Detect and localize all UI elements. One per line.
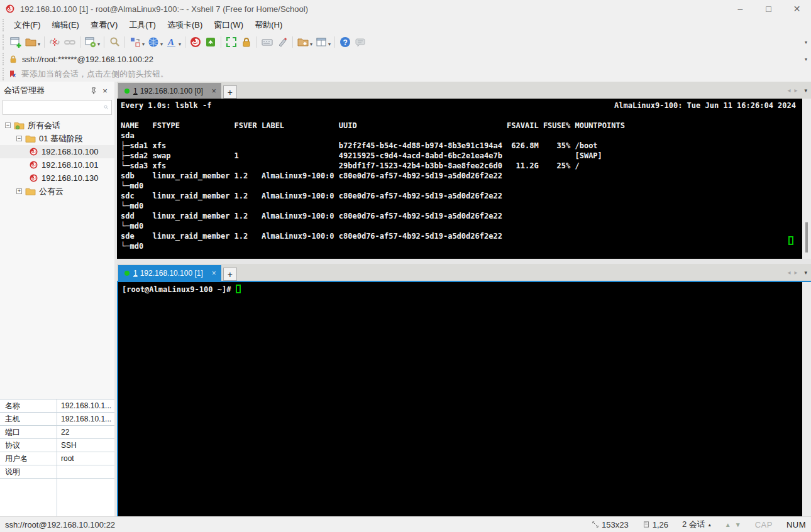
- cursor-position-icon: [643, 521, 650, 528]
- collapse-toggle-icon[interactable]: −: [5, 122, 11, 128]
- toolbar-overflow-icon[interactable]: ▾: [805, 40, 807, 45]
- session-properties-caret-icon[interactable]: ▾: [97, 41, 100, 47]
- prop-value[interactable]: 192.168.10.1...: [57, 399, 114, 412]
- font-icon[interactable]: A: [165, 35, 179, 49]
- close-panel-icon[interactable]: ×: [99, 85, 111, 96]
- prop-label: 用户名: [0, 452, 57, 465]
- xshell-icon[interactable]: [189, 35, 202, 49]
- prop-value[interactable]: 192.168.10.1...: [57, 413, 114, 425]
- web-tools-icon[interactable]: [146, 35, 160, 49]
- tree-item-all-sessions[interactable]: − 所有会话: [0, 119, 114, 132]
- scroll-down-icon[interactable]: ▼: [735, 521, 741, 528]
- tree-item-label[interactable]: 192.168.10.100: [41, 147, 98, 156]
- terminal-pane-1[interactable]: [root@AlmaLinux9-100 ~]#: [117, 281, 811, 516]
- tab-close-icon[interactable]: ×: [212, 87, 216, 95]
- font-caret-icon[interactable]: ▾: [179, 41, 181, 47]
- menu-file[interactable]: 文件(F): [8, 18, 47, 33]
- folder-icon: [25, 187, 36, 196]
- fullscreen-icon[interactable]: [224, 35, 238, 49]
- session-count-dropdown-icon[interactable]: ▴: [709, 522, 711, 528]
- menu-view[interactable]: 查看(V): [85, 18, 123, 33]
- menu-window[interactable]: 窗口(W): [208, 18, 249, 33]
- close-button[interactable]: ✕: [783, 0, 811, 18]
- tree-item-label[interactable]: 192.168.10.101: [41, 160, 98, 170]
- new-session-icon[interactable]: [9, 35, 23, 49]
- pane-splitter[interactable]: [117, 259, 811, 264]
- pin-panel-icon[interactable]: [88, 85, 99, 96]
- new-tab-button[interactable]: +: [223, 85, 237, 99]
- expand-toggle-icon[interactable]: +: [16, 188, 22, 194]
- layout-icon[interactable]: [314, 35, 328, 49]
- scroll-tabs-right-icon[interactable]: ▸: [794, 269, 797, 276]
- prop-value[interactable]: SSH: [57, 439, 114, 452]
- status-connection-url: ssh://root@192.168.10.100:22: [5, 520, 578, 529]
- new-session-folder-icon[interactable]: [296, 35, 310, 49]
- transfer-caret-icon[interactable]: ▾: [142, 41, 145, 47]
- collapse-toggle-icon[interactable]: −: [16, 136, 22, 141]
- minimize-button[interactable]: –: [726, 0, 754, 18]
- address-dropdown-icon[interactable]: ▾: [805, 57, 807, 62]
- new-session-folder-caret-icon[interactable]: ▾: [310, 41, 312, 47]
- session-count[interactable]: 2 会话 ▴: [682, 519, 711, 530]
- toolbar-separator: [80, 36, 80, 48]
- session-manager-panel: 会话管理器 × − 所有会话 − 01 基础阶段: [0, 82, 117, 516]
- tree-item-session-130[interactable]: 192.168.10.130: [0, 171, 114, 185]
- session-search-input[interactable]: [3, 101, 103, 114]
- tree-item-label[interactable]: 192.168.10.130: [41, 173, 98, 183]
- info-message: 要添加当前会话，点击左侧的箭头按钮。: [21, 68, 168, 80]
- new-tab-button[interactable]: +: [223, 268, 237, 281]
- open-sessions-icon[interactable]: [24, 35, 38, 49]
- search-icon[interactable]: [103, 103, 109, 112]
- open-sessions-caret-icon[interactable]: ▾: [38, 41, 40, 47]
- address-url[interactable]: ssh://root:******@192.168.10.100:22: [22, 55, 805, 64]
- web-tools-caret-icon[interactable]: ▾: [160, 41, 163, 47]
- menu-help[interactable]: 帮助(H): [249, 18, 288, 33]
- highlight-pen-icon[interactable]: [275, 35, 289, 49]
- tree-item-public-cloud[interactable]: + 公有云: [0, 185, 114, 198]
- scrollbar-thumb[interactable]: [805, 222, 808, 252]
- lock-screen-icon[interactable]: [240, 35, 253, 49]
- layout-caret-icon[interactable]: ▾: [328, 41, 331, 47]
- xftp-icon[interactable]: [204, 35, 218, 49]
- terminal-line: sdb linux_raid_member 1.2 AlmaLinux9-100…: [121, 171, 811, 181]
- tab-close-icon[interactable]: ×: [212, 269, 216, 278]
- terminal-scrollbar[interactable]: [802, 282, 811, 516]
- tab-list-dropdown-icon[interactable]: ▾: [804, 87, 807, 94]
- help-icon[interactable]: ?: [338, 35, 352, 49]
- tab-strip-bottom: 1 192.168.10.100 [1] × + ◂ ▸ ▾: [117, 264, 811, 281]
- toolbar-separator: [292, 36, 293, 48]
- feedback-icon[interactable]: [353, 35, 367, 49]
- toolbar-gripper: [3, 68, 6, 80]
- prop-value[interactable]: 22: [57, 426, 114, 438]
- terminal-line: ├─sda1 xfs b72f2f45-b54c-4d88-b974-8b3e9…: [121, 141, 811, 151]
- tab-session-0[interactable]: 1 192.168.10.100 [0] ×: [118, 83, 221, 99]
- tree-item-label[interactable]: 所有会话: [28, 120, 60, 131]
- prop-value[interactable]: root: [57, 452, 114, 465]
- tree-item-folder-01[interactable]: − 01 基础阶段: [0, 132, 114, 145]
- tree-item-session-101[interactable]: 192.168.10.101: [0, 158, 114, 171]
- maximize-button[interactable]: □: [754, 0, 783, 18]
- terminal-pane-0[interactable]: Every 1.0s: lsblk -f AlmaLinux9-100: Tue…: [117, 99, 811, 259]
- scroll-tabs-left-icon[interactable]: ◂: [787, 269, 790, 276]
- terminal-scrollbar[interactable]: [802, 99, 811, 259]
- find-icon[interactable]: [108, 35, 121, 49]
- scroll-tabs-right-icon[interactable]: ▸: [794, 87, 797, 94]
- prop-value[interactable]: [57, 465, 114, 478]
- tree-item-label[interactable]: 01 基础阶段: [39, 133, 83, 144]
- session-icon: [29, 147, 38, 156]
- tab-session-1[interactable]: 1 192.168.10.100 [1] ×: [118, 265, 221, 281]
- session-properties-icon[interactable]: [84, 35, 97, 49]
- menu-edit[interactable]: 编辑(E): [47, 18, 85, 33]
- tree-item-label[interactable]: 公有云: [39, 186, 63, 197]
- disconnect-icon[interactable]: [48, 35, 62, 49]
- scroll-tabs-left-icon[interactable]: ◂: [787, 87, 790, 94]
- tree-item-session-100[interactable]: 192.168.10.100: [0, 145, 114, 158]
- session-search-box[interactable]: [3, 100, 112, 115]
- menu-tabs[interactable]: 选项卡(B): [162, 18, 208, 33]
- transfer-icon[interactable]: [128, 35, 142, 49]
- virtual-keyboard-icon[interactable]: [260, 35, 274, 49]
- menu-tools[interactable]: 工具(T): [123, 18, 162, 33]
- reconnect-icon[interactable]: [63, 35, 77, 49]
- tab-list-dropdown-icon[interactable]: ▾: [804, 269, 807, 276]
- scroll-up-icon[interactable]: ▲: [725, 521, 731, 528]
